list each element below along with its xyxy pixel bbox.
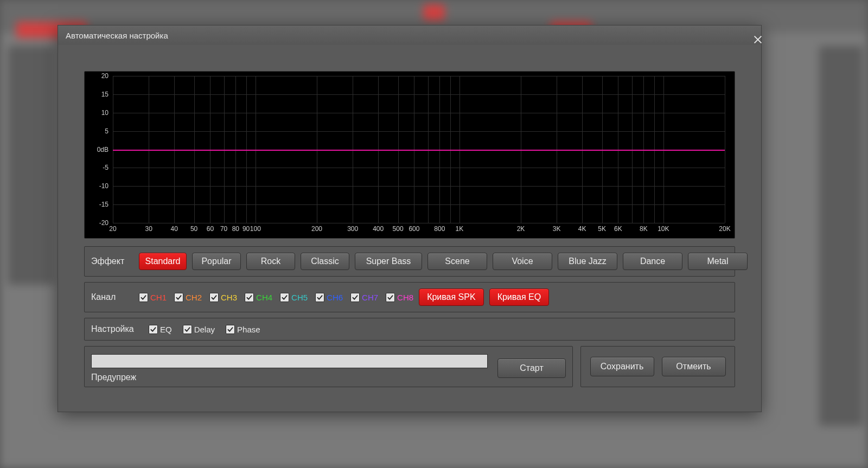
y-tick-label: 20 — [101, 72, 108, 80]
checkbox[interactable] — [139, 293, 148, 302]
preset-dance[interactable]: Dance — [623, 253, 682, 270]
channel-ch2[interactable]: CH2 — [174, 293, 202, 302]
x-tick-label: 20K — [719, 225, 730, 233]
y-tick-label: 10 — [101, 109, 108, 117]
x-tick-label: 800 — [434, 225, 445, 233]
setting-phase[interactable]: Phase — [226, 325, 260, 334]
preset-metal[interactable]: Metal — [688, 253, 748, 270]
curve-eq-button[interactable]: Кривая EQ — [489, 289, 550, 306]
setting-label-phase: Phase — [237, 325, 260, 334]
x-tick-label: 3K — [553, 225, 561, 233]
preset-classic[interactable]: Classic — [301, 253, 349, 270]
preset-popular[interactable]: Popular — [192, 253, 241, 270]
preset-standard[interactable]: Standard — [139, 253, 187, 270]
channel-label-ch2: CH2 — [186, 293, 202, 302]
settings-label: Настройка — [91, 324, 143, 334]
effect-label: Эффект — [91, 257, 133, 266]
x-tick-label: 600 — [409, 225, 419, 233]
y-tick-label: -20 — [99, 219, 108, 227]
cancel-button[interactable]: Отмеить — [662, 357, 726, 376]
setting-delay[interactable]: Delay — [183, 325, 215, 334]
preset-scene[interactable]: Scene — [427, 253, 487, 270]
setting-label-eq: EQ — [160, 325, 172, 334]
y-tick-label: -5 — [103, 164, 108, 171]
checkbox[interactable] — [315, 293, 324, 302]
setting-label-delay: Delay — [194, 325, 215, 334]
preset-voice[interactable]: Voice — [493, 253, 552, 270]
x-tick-label: 90 — [242, 225, 250, 233]
y-tick-label: 0dB — [97, 146, 108, 153]
checkbox[interactable] — [386, 293, 395, 302]
auto-setup-dialog: Автоматическая настройка 20151050dB-5-10… — [58, 25, 762, 412]
channel-label-ch8: CH8 — [397, 293, 413, 302]
x-tick-label: 50 — [190, 225, 197, 233]
preset-rock[interactable]: Rock — [246, 253, 295, 270]
x-tick-label: 400 — [373, 225, 384, 233]
checkbox[interactable] — [149, 325, 158, 334]
x-tick-label: 2K — [517, 225, 525, 233]
save-button[interactable]: Сохранить — [590, 357, 654, 376]
dialog-title: Автоматическая настройка — [66, 31, 168, 40]
checkbox[interactable] — [245, 293, 254, 302]
x-tick-label: 5K — [598, 225, 606, 233]
channel-label: Канал — [91, 292, 133, 302]
x-tick-label: 300 — [347, 225, 358, 233]
checkbox[interactable] — [280, 293, 289, 302]
checkbox[interactable] — [183, 325, 192, 334]
checkbox[interactable] — [226, 325, 235, 334]
preset-super-bass[interactable]: Super Bass — [355, 253, 422, 270]
channel-ch1[interactable]: CH1 — [139, 293, 167, 302]
y-tick-label: 5 — [105, 127, 108, 135]
eq-zero-line — [113, 150, 725, 151]
channel-ch5[interactable]: CH5 — [280, 293, 308, 302]
x-tick-label: 40 — [170, 225, 177, 233]
checkbox[interactable] — [209, 293, 219, 302]
channel-label-ch5: CH5 — [291, 293, 308, 302]
y-tick-label: 15 — [101, 91, 108, 98]
x-tick-label: 70 — [220, 225, 227, 233]
x-tick-label: 200 — [311, 225, 322, 233]
preset-blue-jazz[interactable]: Blue Jazz — [558, 253, 617, 270]
x-tick-label: 30 — [145, 225, 152, 233]
channel-label-ch1: CH1 — [150, 293, 167, 302]
warning-label: Предупреж — [91, 373, 488, 382]
x-tick-label: 8K — [640, 225, 648, 233]
checkbox[interactable] — [174, 293, 183, 302]
channel-label-ch3: CH3 — [221, 293, 237, 302]
start-button[interactable]: Старт — [497, 358, 566, 378]
channel-label-ch6: CH6 — [327, 293, 343, 302]
progress-bar — [91, 354, 488, 368]
x-tick-label: 20 — [109, 225, 116, 233]
checkbox[interactable] — [350, 293, 360, 302]
channel-ch6[interactable]: CH6 — [315, 293, 343, 302]
x-tick-label: 500 — [393, 225, 404, 233]
setting-eq[interactable]: EQ — [149, 325, 172, 334]
channel-row: Канал CH1CH2CH3CH4CH5CH6CH7CH8 Кривая SP… — [84, 282, 735, 312]
channel-ch3[interactable]: CH3 — [209, 293, 237, 302]
channel-ch7[interactable]: CH7 — [350, 293, 378, 302]
dialog-titlebar: Автоматическая настройка — [58, 25, 761, 45]
y-tick-label: -10 — [99, 182, 108, 190]
curve-spk-button[interactable]: Кривая SPK — [419, 289, 484, 306]
x-tick-label: 6K — [614, 225, 622, 233]
x-tick-label: 80 — [232, 225, 239, 233]
x-tick-label: 1K — [455, 225, 463, 233]
x-tick-label: 10K — [658, 225, 669, 233]
channel-ch8[interactable]: CH8 — [386, 293, 413, 302]
x-tick-label: 4K — [578, 225, 586, 233]
y-tick-label: -15 — [99, 201, 108, 208]
x-tick-label: 60 — [207, 225, 214, 233]
settings-row: Настройка EQDelayPhase — [84, 318, 735, 341]
x-tick-label: 100 — [250, 225, 261, 233]
channel-label-ch7: CH7 — [362, 293, 378, 302]
channel-label-ch4: CH4 — [256, 293, 272, 302]
effect-preset-row: Эффект StandardPopularRockClassicSuper B… — [84, 246, 735, 277]
progress-panel: Предупреж Старт — [84, 346, 573, 387]
channel-ch4[interactable]: CH4 — [245, 293, 272, 302]
dialog-actions: Сохранить Отмеить — [580, 346, 735, 387]
eq-chart: 20151050dB-5-10-15-20 203040506070809010… — [84, 71, 735, 239]
